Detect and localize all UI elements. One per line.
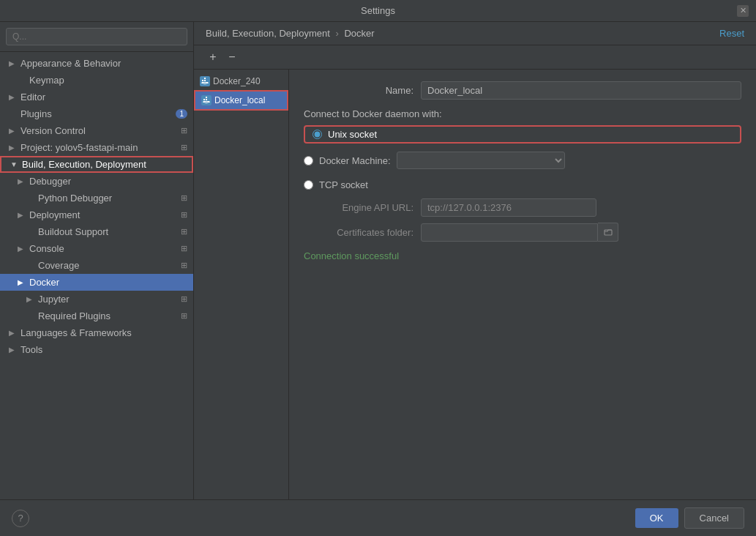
arrow-icon: ▶ [9,346,19,354]
sidebar-search-container [0,22,193,52]
sidebar-item-deployment[interactable]: ▶ Deployment ⊞ [0,206,193,223]
sidebar-item-coverage[interactable]: ▶ Coverage ⊞ [0,257,193,274]
arrow-icon: ▶ [9,127,19,135]
certificates-row: Certificates folder: [318,223,741,242]
tcp-socket-option[interactable]: TCP socket [304,177,741,193]
connection-status-row: Connection successful [304,250,741,261]
docker-toolbar: + − [194,45,756,70]
unix-socket-radio[interactable] [312,130,322,139]
arrow-icon: ▶ [9,144,19,152]
help-button[interactable]: ? [12,510,29,527]
engine-api-label: Engine API URL: [318,202,421,213]
arrow-icon: ▼ [10,160,20,168]
sidebar-item-required-plugins[interactable]: ▶ Required Plugins ⊞ [0,308,193,324]
sidebar-item-python-debugger[interactable]: ▶ Python Debugger ⊞ [0,190,193,206]
sidebar-item-label: Console [29,243,181,254]
svg-rect-2 [204,78,206,79]
breadcrumb-current: Docker [344,28,374,39]
unix-socket-label: Unix socket [328,129,377,140]
sidebar-item-tools[interactable]: ▶ Tools [0,341,193,358]
breadcrumb-separator: › [335,28,338,39]
sidebar-item-docker[interactable]: ▶ Docker [0,274,193,291]
sidebar-item-label: Project: yolov5-fastapi-main [20,142,181,153]
arrow-icon: ▶ [18,245,28,253]
window-title: Settings [361,5,395,16]
docker-split-pane: Docker_240 Docker_local Name: [194,70,756,499]
breadcrumb-path: Build, Execution, Deployment [206,28,330,39]
search-input[interactable] [6,28,187,45]
arrow-icon: ▶ [18,177,28,185]
docker-form: Name: Connect to Docker daemon with: Uni… [289,70,756,499]
sidebar-item-build-exec-deploy[interactable]: ▼ Build, Execution, Deployment [0,156,193,173]
docker-list: Docker_240 Docker_local [194,70,289,499]
arrow-icon: ▶ [9,329,19,337]
docker-machine-label: Docker Machine: [319,155,391,166]
cancel-button[interactable]: Cancel [684,507,744,529]
deployment-icon: ⊞ [181,210,187,220]
sidebar-item-plugins[interactable]: ▶ Plugins 1 [0,105,193,122]
sidebar-item-appearance[interactable]: ▶ Appearance & Behavior [0,55,193,72]
certificates-input[interactable] [421,223,598,242]
sidebar-item-label: Version Control [20,125,181,136]
docker-machine-radio[interactable] [304,156,313,165]
sidebar-item-label: Appearance & Behavior [20,58,187,69]
tcp-socket-radio[interactable] [304,180,313,190]
sidebar-item-keymap[interactable]: ▶ Keymap [0,72,193,89]
version-control-icon: ⊞ [181,126,187,135]
sidebar-item-label: Python Debugger [38,193,181,204]
right-panel: Build, Execution, Deployment › Docker Re… [194,22,756,499]
jupyter-icon: ⊞ [181,294,187,304]
svg-rect-3 [202,82,208,83]
sidebar-item-buildout[interactable]: ▶ Buildout Support ⊞ [0,223,193,240]
unix-socket-option[interactable]: Unix socket [304,125,741,144]
svg-rect-1 [204,80,206,81]
sidebar-item-project[interactable]: ▶ Project: yolov5-fastapi-main ⊞ [0,139,193,156]
buildout-icon: ⊞ [181,227,187,237]
svg-rect-0 [202,80,203,81]
add-button[interactable]: + [206,50,220,64]
title-bar: Settings ✕ [0,0,756,22]
arrow-icon: ▶ [26,295,37,303]
engine-api-input[interactable] [421,198,596,217]
sidebar-tree: ▶ Appearance & Behavior ▶ Keymap ▶ Edito… [0,52,193,499]
close-button[interactable]: ✕ [737,5,749,17]
required-plugins-icon: ⊞ [181,311,187,321]
sidebar-item-label: Required Plugins [38,310,181,321]
radio-group: Unix socket Docker Machine: [304,125,741,193]
sidebar-item-label: Languages & Frameworks [20,327,187,338]
arrow-icon: ▶ [9,59,19,67]
project-icon: ⊞ [181,143,187,152]
certificates-browse-button[interactable] [598,223,618,242]
sidebar-item-label: Plugins [20,108,176,119]
certificates-label: Certificates folder: [318,227,421,238]
engine-api-row: Engine API URL: [318,198,741,217]
docker-machine-select[interactable] [397,152,565,169]
sidebar-item-label: Debugger [29,176,187,187]
console-icon: ⊞ [181,244,187,253]
coverage-icon: ⊞ [181,261,187,270]
sidebar-item-console[interactable]: ▶ Console ⊞ [0,240,193,257]
arrow-icon: ▶ [18,211,28,219]
sidebar-item-version-control[interactable]: ▶ Version Control ⊞ [0,122,193,139]
plugins-badge: 1 [176,109,187,119]
footer-buttons: OK Cancel [635,507,744,529]
sidebar-item-editor[interactable]: ▶ Editor [0,89,193,105]
remove-button[interactable]: − [225,50,239,64]
arrow-icon: ▶ [9,93,19,101]
connection-status: Connection successful [304,250,399,261]
ok-button[interactable]: OK [635,508,678,528]
docker-icon [201,95,212,105]
docker-list-item-docker240[interactable]: Docker_240 [194,72,288,90]
reset-button[interactable]: Reset [719,28,744,39]
docker-item-label: Docker_240 [213,76,261,86]
sidebar-item-jupyter[interactable]: ▶ Jupyter ⊞ [0,291,193,308]
docker-machine-option[interactable]: Docker Machine: [304,149,741,171]
sidebar-item-label: Keymap [29,75,187,86]
name-input[interactable] [421,81,741,100]
sidebar-item-languages[interactable]: ▶ Languages & Frameworks [0,324,193,341]
settings-window: Settings ✕ ▶ Appearance & Behavior ▶ Key… [0,0,756,536]
sidebar-item-debugger[interactable]: ▶ Debugger [0,173,193,190]
sidebar-item-label: Build, Execution, Deployment [22,159,186,170]
svg-rect-6 [206,97,207,98]
docker-list-item-dockerlocal[interactable]: Docker_local [194,90,288,111]
